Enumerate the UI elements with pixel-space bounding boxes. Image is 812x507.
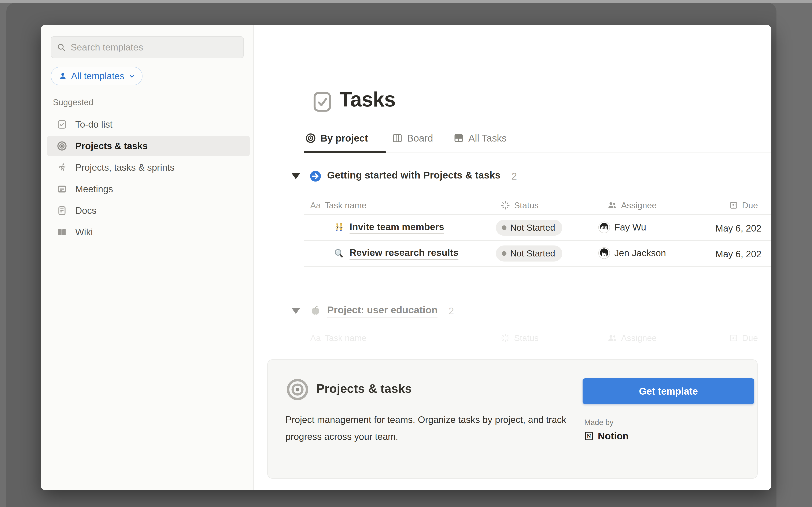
svg-text:N: N [587, 433, 591, 439]
note-icon [57, 184, 67, 194]
tab-by-project[interactable]: By project [305, 132, 368, 145]
table-grid-icon [453, 133, 464, 144]
target-icon [286, 378, 310, 402]
sidebar-item-meetings[interactable]: Meetings [47, 179, 250, 200]
tab-label: By project [320, 132, 368, 144]
board-columns-icon [392, 133, 403, 144]
collapse-triangle-icon[interactable] [292, 173, 300, 179]
sidebar-item-label: Projects, tasks & sprints [75, 162, 174, 173]
status-dot-icon [502, 225, 506, 230]
tab-label: Board [407, 132, 433, 144]
template-sidebar: All templates Suggested To-do list Proje… [41, 25, 254, 490]
sidebar-item-label: Docs [75, 205, 96, 216]
collapse-triangle-icon[interactable] [292, 308, 300, 314]
assignee-cell[interactable]: Jen Jackson [598, 247, 666, 259]
column-header-due[interactable]: Due [729, 329, 758, 347]
search-icon [57, 43, 66, 52]
avatar [598, 221, 610, 233]
book-icon [57, 227, 67, 237]
made-by-label: Made by [584, 418, 613, 427]
assignee-name: Fay Wu [614, 222, 646, 233]
table-row-task-cell: Invite team members [334, 220, 444, 236]
filter-label: All templates [71, 71, 124, 81]
blue-arrow-circle-icon [309, 170, 322, 182]
due-date-cell[interactable]: May 6, 202 [715, 249, 771, 260]
maker-name: Notion [598, 430, 629, 442]
target-icon [57, 141, 67, 151]
task-name-link[interactable]: Invite team members [350, 221, 444, 234]
group-header-user-education: Project: user education 2 [292, 303, 454, 319]
column-header-status[interactable]: Status [501, 329, 539, 347]
column-divider [592, 215, 592, 267]
template-card-description: Project management for teams. Organize t… [286, 411, 567, 445]
text-type-icon: Aa [310, 201, 321, 210]
calendar-icon [729, 201, 738, 210]
tab-all-tasks[interactable]: All Tasks [453, 132, 507, 145]
status-badge[interactable]: Not Started [496, 220, 562, 236]
column-header-due[interactable]: Due [729, 196, 758, 214]
sidebar-item-label: To-do list [75, 119, 112, 130]
person-icon [58, 72, 67, 80]
magnifier-emoji-icon [334, 248, 345, 259]
background-window-top-strip [0, 0, 812, 3]
sidebar-item-wiki[interactable]: Wiki [47, 222, 250, 242]
assignee-name: Jen Jackson [614, 248, 666, 258]
get-template-button[interactable]: Get template [582, 378, 754, 404]
document-icon [57, 205, 67, 216]
people-icon [607, 333, 617, 343]
chevron-down-icon [128, 72, 136, 80]
maker-link[interactable]: N Notion [584, 430, 629, 442]
dancers-emoji-icon [334, 222, 345, 233]
sidebar-item-label: Projects & tasks [75, 141, 148, 151]
column-header-task-name[interactable]: Aa Task name [310, 196, 366, 214]
notion-logo-icon: N [584, 431, 594, 441]
table-row-task-cell: Review research results [334, 245, 458, 262]
template-gallery-modal: All templates Suggested To-do list Proje… [41, 25, 771, 490]
template-info-card: Projects & tasks Project management for … [267, 359, 758, 479]
status-badge[interactable]: Not Started [496, 245, 562, 262]
group-header-getting-started: Getting started with Projects & tasks 2 [292, 168, 517, 184]
group-count: 2 [449, 305, 454, 317]
avatar [598, 247, 610, 259]
task-name-link[interactable]: Review research results [350, 247, 458, 260]
column-divider [712, 215, 712, 267]
page-title: Tasks [339, 88, 396, 111]
sidebar-section-label: Suggested [53, 98, 93, 107]
column-header-status[interactable]: Status [501, 196, 539, 214]
sidebar-item-label: Wiki [75, 227, 93, 237]
apple-emoji-icon [309, 305, 322, 317]
column-header-task-name[interactable]: Aa Task name [310, 329, 366, 347]
checkbox-icon [57, 119, 67, 130]
active-tab-underline [304, 151, 386, 153]
template-card-title: Projects & tasks [316, 381, 412, 395]
page-checkbox-icon [310, 90, 334, 114]
sidebar-item-projects-tasks[interactable]: Projects & tasks [47, 135, 250, 156]
all-templates-filter-button[interactable]: All templates [51, 67, 143, 86]
group-title-link[interactable]: Getting started with Projects & tasks [327, 169, 501, 183]
target-icon [305, 133, 316, 144]
table-header-divider [304, 214, 771, 215]
sidebar-item-todo-list[interactable]: To-do list [47, 114, 250, 135]
template-search-box[interactable] [51, 36, 244, 58]
tab-label: All Tasks [468, 132, 507, 144]
sidebar-item-docs[interactable]: Docs [47, 200, 250, 221]
tab-board[interactable]: Board [392, 132, 433, 145]
spinner-icon [501, 201, 510, 210]
assignee-cell[interactable]: Fay Wu [598, 221, 646, 233]
search-input[interactable] [70, 42, 238, 53]
group-title-link[interactable]: Project: user education [327, 304, 438, 318]
row-divider [304, 266, 771, 267]
people-icon [607, 200, 617, 210]
runner-icon [57, 162, 67, 173]
group-count: 2 [511, 170, 517, 182]
spinner-icon [501, 333, 510, 343]
column-divider [489, 215, 489, 267]
sidebar-item-label: Meetings [75, 184, 113, 194]
column-header-assignee[interactable]: Assignee [607, 196, 657, 214]
column-header-assignee[interactable]: Assignee [607, 329, 657, 347]
calendar-icon [729, 333, 738, 343]
due-date-cell[interactable]: May 6, 202 [715, 223, 771, 234]
sidebar-item-projects-tasks-sprints[interactable]: Projects, tasks & sprints [47, 157, 250, 178]
row-divider [304, 240, 771, 241]
status-dot-icon [502, 251, 506, 256]
